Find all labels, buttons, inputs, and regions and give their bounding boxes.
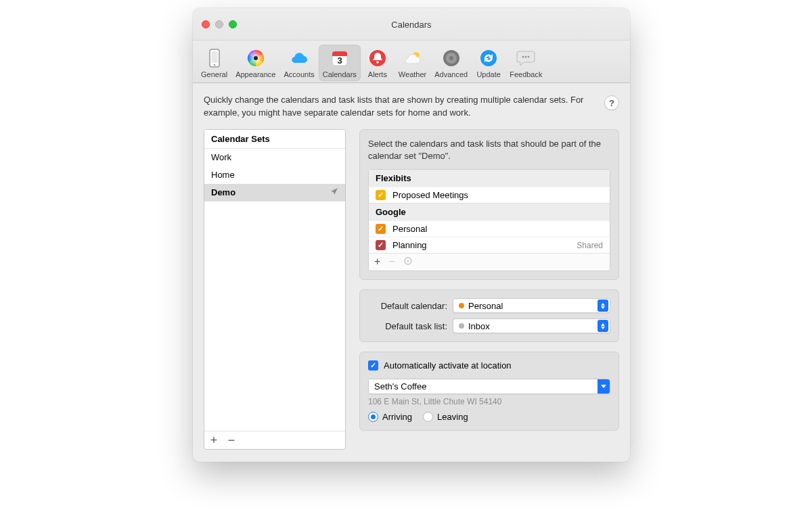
tab-label: Alerts [368,70,387,78]
membership-description: Select the calendars and task lists that… [368,138,610,162]
svg-point-4 [254,56,258,60]
weather-icon [402,47,424,69]
radio-label: Leaving [437,412,468,422]
calendar-set-label: Home [211,170,235,180]
location-panel: ✓ Automatically activate at location 106… [359,352,619,431]
calendar-name: Planning [392,240,570,250]
remove-calendar-button[interactable]: − [388,256,394,268]
calendar-name: Personal [392,224,603,234]
auto-activate-label: Automatically activate at location [384,360,512,371]
location-arrow-icon [330,187,338,197]
preferences-toolbar: General Appear [193,41,630,83]
calendars-table-toolbar: + − [369,253,610,270]
svg-point-10 [376,61,379,64]
location-address: 106 E Main St, Little Chute WI 54140 [368,397,610,406]
auto-activate-checkbox[interactable]: ✓ [368,360,378,371]
color-dot-icon [459,323,464,329]
location-combo[interactable] [368,379,610,394]
add-calendar-button[interactable]: + [374,256,380,268]
radio-label: Arriving [382,412,412,422]
tab-label: Appearance [235,70,275,78]
calendar-row[interactable]: ✓ Personal [369,220,610,237]
default-calendar-label: Default calendar: [368,301,453,311]
calendar-icon: 3 [329,47,351,69]
calendar-group-header: Flexibits [369,170,610,187]
svg-point-14 [449,56,453,60]
calendar-checkbox[interactable]: ✓ [376,240,386,250]
tab-label: General [201,70,227,78]
remove-set-button[interactable]: − [226,434,237,446]
calendar-row[interactable]: ✓ Planning Shared [369,237,610,253]
calendar-row[interactable]: ✓ Proposed Meetings [369,187,610,203]
titlebar: Calendars [193,8,630,41]
bell-icon [367,47,388,69]
help-button[interactable]: ? [604,95,619,110]
calendar-group-header: Google [369,203,610,220]
default-calendar-select[interactable]: Personal [453,298,610,313]
tab-label: Weather [399,70,426,78]
calendar-set-item[interactable]: Demo [204,184,345,201]
calendar-checkbox[interactable]: ✓ [376,224,386,234]
tab-advanced[interactable]: Advanced [430,45,472,81]
svg-point-2 [213,64,215,66]
calendar-sets-header: Calendar Sets [204,130,345,149]
color-dot-icon [459,303,464,308]
content-area: Quickly change the calendars and task li… [193,83,630,462]
leaving-radio[interactable] [423,412,433,422]
svg-text:3: 3 [337,55,342,66]
tab-label: Feedback [510,70,542,78]
calendar-set-item[interactable]: Home [204,166,345,184]
preferences-window: Calendars General [193,8,630,462]
calendar-settings-button[interactable] [403,256,413,268]
calendar-sets-list: Calendar Sets Work Home Demo [204,129,346,450]
tab-weather[interactable]: Weather [394,45,430,81]
tab-update[interactable]: Update [472,45,505,81]
calendar-checkbox[interactable]: ✓ [376,190,386,200]
add-set-button[interactable]: + [208,434,219,446]
default-tasklist-select[interactable]: Inbox [453,318,610,333]
tab-label: Accounts [284,70,314,78]
tab-label: Advanced [434,70,468,78]
calendar-set-label: Demo [211,187,235,197]
tab-appearance[interactable]: Appearance [231,45,279,81]
speech-icon [515,47,537,69]
select-value: Personal [468,301,593,311]
phone-icon [204,47,225,69]
color-wheel-icon [245,47,267,69]
cloud-icon [288,47,310,69]
window-title: Calendars [193,9,630,40]
shared-badge: Shared [577,241,603,250]
default-tasklist-label: Default task list: [368,321,453,331]
svg-point-18 [528,56,530,58]
location-input[interactable] [369,379,597,394]
select-value: Inbox [468,321,593,331]
gear-icon [441,47,462,69]
tab-alerts[interactable]: Alerts [361,45,394,81]
select-stepper-icon [597,300,608,312]
intro-text: Quickly change the calendars and task li… [204,94,597,120]
tab-label: Update [476,70,500,78]
calendars-table: Flexibits ✓ Proposed Meetings Google ✓ P… [368,169,610,271]
calendar-name: Proposed Meetings [392,190,603,200]
select-stepper-icon [597,320,608,332]
svg-rect-1 [211,51,217,63]
svg-point-17 [525,56,527,58]
defaults-panel: Default calendar: Personal Default task … [359,289,619,342]
calendar-sets-toolbar: + − [204,431,345,449]
refresh-icon [478,47,499,69]
svg-point-20 [407,260,409,262]
membership-panel: Select the calendars and task lists that… [359,129,619,280]
svg-point-16 [522,56,524,58]
tab-feedback[interactable]: Feedback [505,45,546,81]
arriving-radio[interactable] [368,412,378,422]
calendar-set-label: Work [211,152,231,162]
tab-general[interactable]: General [197,45,231,81]
tab-calendars[interactable]: 3 Calendars [319,45,361,81]
calendar-set-item[interactable]: Work [204,149,345,166]
tab-accounts[interactable]: Accounts [279,45,318,81]
dropdown-icon[interactable] [597,379,610,394]
tab-label: Calendars [323,70,357,78]
